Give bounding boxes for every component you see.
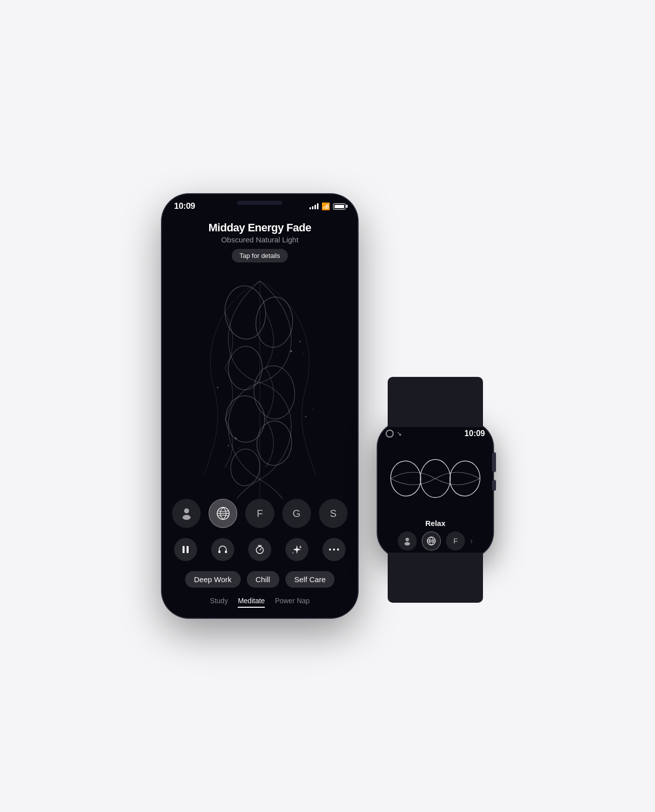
watch-band-bottom: [388, 553, 483, 603]
sound-icon-g[interactable]: G: [282, 499, 311, 528]
watch-more-indicator: ›: [470, 536, 472, 546]
status-icons: 📶: [309, 202, 346, 210]
pause-icon: [181, 545, 190, 554]
deep-work-tab[interactable]: Deep Work: [185, 571, 241, 588]
svg-point-1: [227, 345, 263, 390]
sparkle-icon: [291, 544, 302, 555]
sound-icon-globe[interactable]: [209, 499, 237, 528]
watch-icon-globe[interactable]: [422, 531, 441, 551]
more-button[interactable]: [322, 538, 346, 561]
sparkle-button[interactable]: [285, 538, 308, 561]
category-tabs: Deep Work Chill Self Care: [172, 571, 348, 588]
status-time: 10:09: [174, 201, 195, 211]
svg-point-18: [183, 515, 191, 520]
svg-point-16: [217, 387, 219, 388]
watch-band-top: [388, 377, 483, 427]
sound-s-label: S: [330, 508, 337, 519]
svg-point-31: [337, 549, 339, 551]
chill-tab[interactable]: Chill: [247, 571, 279, 588]
svg-rect-21: [183, 546, 185, 553]
watch-crown[interactable]: [492, 452, 496, 472]
playback-controls-row: [172, 538, 348, 561]
watch-arrow-icon: ↘: [397, 430, 402, 437]
watch-lissajous-viz: [386, 440, 485, 517]
svg-point-35: [406, 538, 409, 542]
sound-f-label: F: [257, 508, 263, 519]
svg-point-12: [228, 445, 229, 446]
sound-icon-person[interactable]: [172, 499, 201, 528]
battery-fill: [335, 205, 344, 208]
svg-point-11: [235, 437, 237, 439]
more-icon: [329, 548, 339, 552]
timer-button[interactable]: [248, 538, 271, 561]
svg-point-13: [239, 448, 240, 449]
watch-status-bar: ↘ 10:09: [386, 429, 485, 438]
svg-line-28: [260, 549, 261, 550]
svg-rect-23: [219, 551, 221, 553]
svg-point-10: [303, 353, 304, 354]
svg-point-36: [405, 542, 410, 546]
lissajous-viz: [162, 266, 358, 499]
watch-person-icon: [403, 536, 412, 546]
sound-icon-s[interactable]: S: [319, 499, 348, 528]
sound-icon-f[interactable]: F: [245, 499, 274, 528]
self-care-tab[interactable]: Self Care: [285, 571, 335, 588]
svg-point-29: [329, 549, 331, 551]
tap-details-button[interactable]: Tap for details: [232, 249, 288, 262]
bottom-controls: F G S: [162, 499, 358, 618]
app-title: Midday Energy Fade: [172, 221, 348, 234]
battery-icon: [333, 203, 346, 210]
signal-bar-1: [309, 207, 311, 209]
meditate-tab[interactable]: Meditate: [238, 595, 265, 608]
sound-g-label: G: [292, 508, 300, 519]
scene: 10:09 📶 Midd: [162, 194, 493, 618]
watch-side-button[interactable]: [492, 480, 496, 491]
svg-point-0: [223, 284, 268, 341]
app-subtitle: Obscured Natural Light: [172, 235, 348, 244]
signal-bar-4: [317, 203, 318, 209]
watch-globe-icon: [426, 535, 437, 547]
app-header: Midday Energy Fade Obscured Natural Ligh…: [162, 216, 358, 266]
svg-point-6: [256, 420, 293, 466]
power-nap-tab[interactable]: Power Nap: [275, 595, 309, 608]
timer-icon: [255, 545, 265, 555]
sound-icons-row: F G S: [172, 499, 348, 528]
watch-status-left: ↘: [386, 430, 402, 438]
svg-point-5: [252, 364, 297, 421]
wifi-icon: 📶: [321, 202, 330, 210]
signal-bar-2: [312, 206, 313, 209]
svg-point-34: [448, 460, 481, 497]
svg-rect-22: [187, 546, 189, 553]
svg-point-30: [333, 549, 335, 551]
watch-icons-row: F ›: [386, 531, 485, 551]
person-icon: [180, 506, 194, 520]
pause-button[interactable]: [174, 538, 197, 561]
watch-icon-f[interactable]: F: [446, 531, 465, 551]
svg-point-17: [184, 508, 189, 513]
notch-pill: [237, 201, 282, 205]
watch-f-label: F: [453, 537, 458, 545]
iphone-notch: [230, 194, 290, 211]
study-tab[interactable]: Study: [210, 595, 228, 608]
headphones-icon: [218, 545, 228, 555]
watch-activity-icon: [386, 430, 394, 438]
app-content: Midday Energy Fade Obscured Natural Ligh…: [162, 211, 358, 618]
svg-point-9: [299, 341, 301, 342]
apple-watch: ↘ 10:09: [378, 422, 493, 558]
watch-mode-label: Relax: [386, 519, 485, 527]
watch-screen: ↘ 10:09: [378, 422, 493, 558]
svg-point-8: [290, 350, 292, 352]
sub-tabs: Study Meditate Power Nap: [172, 595, 348, 608]
svg-point-15: [312, 409, 313, 410]
watch-visualization: [386, 440, 485, 517]
svg-point-14: [305, 416, 306, 418]
svg-rect-24: [225, 551, 227, 553]
svg-point-32: [389, 460, 422, 497]
globe-icon: [215, 505, 231, 521]
visualization-area: [162, 266, 358, 499]
watch-icon-person[interactable]: [398, 531, 417, 551]
iphone: 10:09 📶 Midd: [162, 194, 358, 618]
signal-bar-3: [314, 205, 316, 209]
signal-bars-icon: [309, 203, 318, 209]
headphones-button[interactable]: [211, 538, 234, 561]
